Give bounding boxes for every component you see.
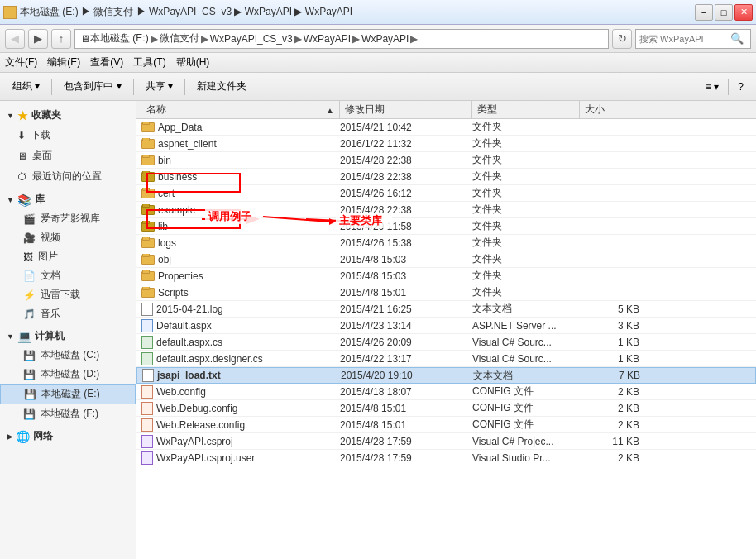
file-date-cell: 2015/4/29 11:58 [340, 221, 472, 232]
favorites-arrow: ▼ [7, 112, 14, 120]
sidebar-item-video[interactable]: 🎥 视频 [0, 228, 136, 247]
table-row[interactable]: business2015/4/28 22:38文件夹 [136, 169, 756, 185]
csproj-file-icon [141, 452, 153, 465]
table-row[interactable]: Web.config2015/4/18 18:07CONFIG 文件2 KB [136, 384, 756, 400]
table-row[interactable]: WxPayAPI.csproj.user2015/4/28 17:59Visua… [136, 450, 756, 466]
table-row[interactable]: jsapi_load.txt2015/4/20 19:10文本文档7 KB [136, 367, 756, 384]
config-file-icon [141, 418, 153, 432]
folder-icon [141, 271, 155, 281]
search-input[interactable] [639, 34, 730, 44]
table-row[interactable]: aspnet_client2016/1/22 11:32文件夹 [136, 136, 756, 152]
menu-edit[interactable]: 编辑(E) [47, 55, 80, 69]
sidebar-item-music[interactable]: 🎵 音乐 [0, 304, 136, 323]
toolbar: 组织 ▾ 包含到库中 ▾ 共享 ▾ 新建文件夹 ≡ ▾ ? [0, 73, 756, 101]
col-header-date[interactable]: 修改日期 [340, 101, 472, 118]
sidebar-item-pictures[interactable]: 🖼 图片 [0, 247, 136, 266]
file-date-cell: 2015/4/26 16:12 [340, 188, 472, 199]
file-type-cell: Visual C# Projec... [472, 436, 580, 447]
sidebar-item-xunlei[interactable]: ⚡ 迅雷下载 [0, 285, 136, 304]
cs-file-icon [141, 336, 153, 349]
file-type-cell: 文件夹 [472, 269, 580, 283]
sidebar-item-recent[interactable]: ⏱ 最近访问的位置 [0, 166, 136, 187]
sidebar-item-drive-d[interactable]: 💾 本地磁盘 (D:) [0, 365, 136, 384]
table-row[interactable]: cert2015/4/26 16:12文件夹 [136, 185, 756, 202]
share-button[interactable]: 共享 ▾ [138, 76, 180, 98]
organize-button[interactable]: 组织 ▾ [5, 76, 47, 98]
view-button[interactable]: ≡ ▾ [698, 76, 726, 98]
file-list: App_Data2015/4/21 10:42文件夹aspnet_client2… [136, 119, 756, 559]
toolbar-divider-4 [728, 79, 729, 95]
address-bar[interactable]: 🖥 本地磁盘 (E:) ▶ 微信支付 ▶ WxPayAPI_CS_v3 ▶ Wx… [74, 29, 609, 49]
network-icon: 🌐 [16, 430, 30, 443]
col-header-name[interactable]: 名称 ▲ [141, 101, 340, 118]
table-row[interactable]: App_Data2015/4/21 10:42文件夹 [136, 119, 756, 136]
xunlei-icon: ⚡ [23, 289, 36, 301]
favorites-header[interactable]: ▼ ★ 收藏夹 [0, 106, 136, 125]
computer-header[interactable]: ▼ 💻 计算机 [0, 327, 136, 346]
file-name-cell: cert [141, 188, 340, 199]
folder-icon [141, 238, 155, 248]
sidebar-item-drive-e[interactable]: 💾 本地磁盘 (E:) [0, 384, 136, 404]
sidebar-item-drive-f[interactable]: 💾 本地磁盘 (F:) [0, 404, 136, 423]
sidebar-item-drive-c[interactable]: 💾 本地磁盘 (C:) [0, 346, 136, 365]
folder-icon [141, 155, 155, 165]
menu-help[interactable]: 帮助(H) [176, 55, 210, 69]
computer-arrow: ▼ [7, 332, 14, 341]
col-header-type[interactable]: 类型 [472, 101, 580, 118]
network-arrow: ▶ [7, 432, 12, 441]
table-row[interactable]: Scripts2015/4/8 15:01文件夹 [136, 284, 756, 301]
table-row[interactable]: 2015-04-21.log2015/4/21 16:25文本文档5 KB [136, 301, 756, 318]
drive-f-icon: 💾 [23, 408, 36, 420]
forward-button[interactable]: ▶ [28, 29, 48, 49]
table-row[interactable]: bin2015/4/28 22:38文件夹 [136, 152, 756, 169]
table-row[interactable]: lib2015/4/29 11:58文件夹 [136, 218, 756, 235]
text-file-icon [141, 303, 153, 316]
file-name-cell: Web.config [141, 385, 340, 399]
menu-tools[interactable]: 工具(T) [133, 55, 165, 69]
close-button[interactable]: ✕ [734, 4, 753, 21]
folder-icon [141, 122, 155, 132]
table-row[interactable]: Web.Debug.config2015/4/8 15:01CONFIG 文件2… [136, 400, 756, 417]
table-row[interactable]: logs2015/4/26 15:38文件夹 [136, 235, 756, 251]
sidebar: ▼ ★ 收藏夹 ⬇ 下载 🖥 桌面 ⏱ 最近访问的位置 [0, 101, 136, 559]
folder-icon [141, 255, 155, 265]
minimize-button[interactable]: − [695, 4, 713, 21]
file-date-cell: 2015/4/8 15:01 [340, 403, 472, 414]
csproj-file-icon [141, 435, 153, 448]
aspx-file-icon [141, 319, 153, 332]
file-date-cell: 2015/4/28 22:38 [340, 155, 472, 166]
network-header[interactable]: ▶ 🌐 网络 [0, 427, 136, 446]
new-folder-button[interactable]: 新建文件夹 [189, 76, 254, 98]
maximize-button[interactable]: □ [715, 4, 733, 21]
table-row[interactable]: default.aspx.designer.cs2015/4/22 13:17V… [136, 351, 756, 367]
file-date-cell: 2015/4/26 20:09 [340, 337, 472, 348]
table-row[interactable]: Default.aspx2015/4/23 13:14ASP.NET Serve… [136, 318, 756, 334]
sidebar-item-desktop[interactable]: 🖥 桌面 [0, 146, 136, 166]
file-date-cell: 2015/4/23 13:14 [340, 320, 472, 332]
col-header-size[interactable]: 大小 [580, 101, 646, 118]
table-row[interactable]: default.aspx.cs2015/4/26 20:09Visual C# … [136, 334, 756, 351]
help-button[interactable]: ? [730, 76, 751, 98]
file-type-cell: 文本文档 [472, 302, 580, 316]
table-row[interactable]: example2015/4/28 22:38文件夹 [136, 202, 756, 218]
sidebar-item-documents[interactable]: 📄 文档 [0, 266, 136, 285]
table-row[interactable]: obj2015/4/8 15:03文件夹 [136, 251, 756, 268]
drive-d-icon: 💾 [23, 369, 36, 380]
refresh-button[interactable]: ↻ [612, 29, 632, 49]
back-button[interactable]: ◀ [5, 29, 25, 49]
up-button[interactable]: ↑ [51, 29, 71, 49]
table-row[interactable]: Properties2015/4/8 15:03文件夹 [136, 268, 756, 284]
file-type-cell: ASP.NET Server ... [472, 320, 580, 332]
navigation-bar: ◀ ▶ ↑ 🖥 本地磁盘 (E:) ▶ 微信支付 ▶ WxPayAPI_CS_v… [0, 25, 756, 53]
sidebar-item-download[interactable]: ⬇ 下载 [0, 125, 136, 146]
table-row[interactable]: WxPayAPI.csproj2015/4/28 17:59Visual C# … [136, 433, 756, 450]
add-to-library-button[interactable]: 包含到库中 ▾ [56, 76, 128, 98]
documents-icon: 📄 [23, 270, 36, 282]
text-file-icon [142, 369, 154, 382]
search-box[interactable]: 🔍 [635, 29, 751, 49]
menu-view[interactable]: 查看(V) [90, 55, 123, 69]
table-row[interactable]: Web.Release.config2015/4/8 15:01CONFIG 文… [136, 417, 756, 433]
menu-file[interactable]: 文件(F) [5, 55, 37, 69]
library-header[interactable]: ▼ 📚 库 [0, 190, 136, 209]
sidebar-item-aiqiyi[interactable]: 🎬 爱奇艺影视库 [0, 209, 136, 228]
